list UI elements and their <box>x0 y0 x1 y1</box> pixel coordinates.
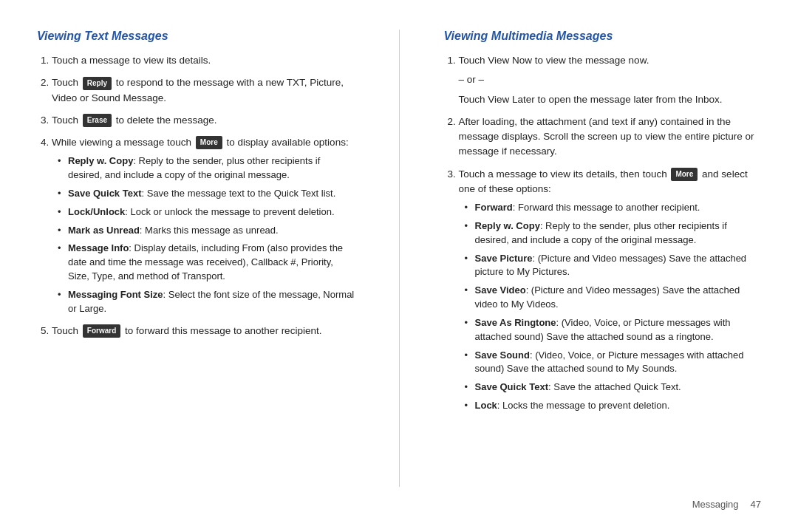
right-step-2: After loading, the attachment (and text … <box>459 115 762 160</box>
left-step-5-after: to forward this message to another recip… <box>125 325 321 336</box>
more-button-inline-right: More <box>671 168 698 181</box>
right-step-1-main: Touch View Now to view the message now. <box>459 55 649 66</box>
left-step-1: Touch a message to view its details. <box>52 53 355 68</box>
left-step-4-after: to display available options: <box>227 137 349 148</box>
footer-page: 47 <box>751 499 761 510</box>
bullet-lock-unlock-text: : Lock or unlock the message to prevent … <box>125 206 334 217</box>
right-step-1-sub: Touch View Later to open the message lat… <box>459 94 723 105</box>
bullet-reply-w-copy: Reply w. Copy: Reply to the sender, plus… <box>58 154 355 183</box>
bullet-reply-w-copy-right-bold: Reply w. Copy <box>475 220 540 231</box>
bullet-forward-bold: Forward <box>475 202 513 213</box>
right-steps: Touch View Now to view the message now. … <box>444 53 762 413</box>
left-step-5-before: Touch <box>52 325 78 336</box>
right-step-3-before: Touch a message to view its details, the… <box>459 168 667 180</box>
left-step-5: Touch Forward to forward this message to… <box>52 324 355 338</box>
left-step-2: Touch Reply to respond to the message wi… <box>52 75 355 106</box>
bullet-lock-text: : Locks the message to prevent deletion. <box>497 400 669 411</box>
right-step-2-text: After loading, the attachment (and text … <box>459 116 754 157</box>
bullet-save-quick-text-right-text: : Save the attached Quick Text. <box>548 381 681 392</box>
left-step-4-before: While viewing a message touch <box>52 137 191 148</box>
left-step-4: While viewing a message touch More to di… <box>52 135 355 316</box>
bullet-save-quick-text-left-text: : Save the message text to the Quick Tex… <box>141 188 335 199</box>
bullet-save-as-ringtone: Save As Ringtone: (Video, Voice, or Pict… <box>465 316 762 344</box>
right-column: Viewing Multimedia Messages Touch View N… <box>444 30 762 487</box>
left-steps: Touch a message to view its details. Tou… <box>37 53 355 338</box>
left-step-3-after: to delete the message. <box>116 115 217 126</box>
bullet-save-quick-text-right: Save Quick Text: Save the attached Quick… <box>465 381 762 395</box>
page: Viewing Text Messages Touch a message to… <box>0 0 798 532</box>
bullet-save-as-ringtone-bold: Save As Ringtone <box>475 317 556 328</box>
bullet-save-sound: Save Sound: (Video, Voice, or Picture me… <box>465 349 762 377</box>
left-step-3-before: Touch <box>52 115 78 126</box>
footer-label: Messaging <box>692 499 739 510</box>
bullet-lock-bold: Lock <box>475 400 497 411</box>
right-section-title: Viewing Multimedia Messages <box>444 30 762 43</box>
left-step-2-before: Touch <box>52 77 78 88</box>
left-step-3: Touch Erase to delete the message. <box>52 113 355 128</box>
left-step-1-text: Touch a message to view its details. <box>52 55 211 66</box>
right-step-1-or: – or – <box>459 72 762 87</box>
reply-button-inline: Reply <box>83 77 112 90</box>
left-section-title: Viewing Text Messages <box>37 30 355 43</box>
footer: Messaging 47 <box>37 499 761 510</box>
bullet-mark-as-unread: Mark as Unread: Marks this message as un… <box>58 224 355 238</box>
bullet-save-video: Save Video: (Picture and Video messages)… <box>465 284 762 312</box>
bullet-lock: Lock: Locks the message to prevent delet… <box>465 399 762 413</box>
bullet-save-quick-text-left: Save Quick Text: Save the message text t… <box>58 187 355 201</box>
bullet-save-picture-bold: Save Picture <box>475 253 533 264</box>
more-button-inline-left: More <box>196 136 222 149</box>
bullet-save-quick-text-right-bold: Save Quick Text <box>475 381 548 392</box>
bullet-message-info-bold: Message Info <box>68 242 129 253</box>
left-bullet-list: Reply w. Copy: Reply to the sender, plus… <box>52 154 355 316</box>
right-step-1: Touch View Now to view the message now. … <box>459 53 762 107</box>
erase-button-inline: Erase <box>83 114 112 127</box>
bullet-save-quick-text-left-bold: Save Quick Text <box>68 188 141 199</box>
bullet-save-video-bold: Save Video <box>475 284 526 296</box>
bullet-lock-unlock: Lock/Unlock: Lock or unlock the message … <box>58 205 355 219</box>
right-bullet-list: Forward: Forward this message to another… <box>459 201 762 413</box>
bullet-forward: Forward: Forward this message to another… <box>465 201 762 215</box>
bullet-save-picture: Save Picture: (Picture and Video message… <box>465 252 762 280</box>
bullet-forward-text: : Forward this message to another recipi… <box>513 202 700 213</box>
column-divider <box>399 30 400 487</box>
bullet-message-info: Message Info: Display details, including… <box>58 242 355 284</box>
bullet-reply-w-copy-bold: Reply w. Copy <box>68 155 133 166</box>
right-step-3: Touch a message to view its details, the… <box>459 167 762 413</box>
forward-button-inline: Forward <box>83 324 120 338</box>
bullet-messaging-font-size-bold: Messaging Font Size <box>68 289 163 300</box>
columns: Viewing Text Messages Touch a message to… <box>37 30 761 487</box>
bullet-mark-as-unread-bold: Mark as Unread <box>68 225 140 236</box>
bullet-messaging-font-size: Messaging Font Size: Select the font siz… <box>58 288 355 316</box>
bullet-mark-as-unread-text: : Marks this message as unread. <box>140 225 279 236</box>
bullet-save-sound-bold: Save Sound <box>475 349 530 361</box>
bullet-lock-unlock-bold: Lock/Unlock <box>68 206 125 217</box>
left-column: Viewing Text Messages Touch a message to… <box>37 30 355 487</box>
bullet-reply-w-copy-right: Reply w. Copy: Reply to the sender, plus… <box>465 219 762 248</box>
